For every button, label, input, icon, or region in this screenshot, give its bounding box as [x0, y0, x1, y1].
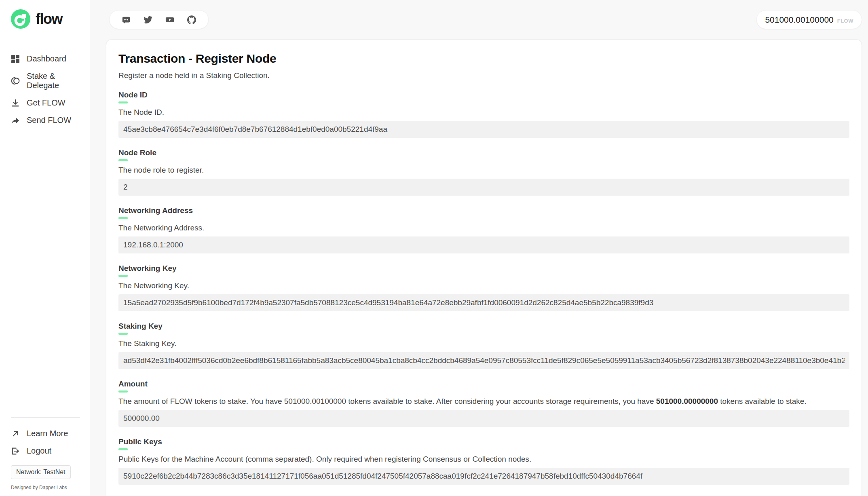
- field-staking-key: Staking Key The Staking Key.: [118, 322, 849, 369]
- field-public-keys: Public Keys Public Keys for the Machine …: [118, 437, 849, 485]
- github-icon: [187, 15, 196, 24]
- page-title: Transaction - Register Node: [118, 52, 849, 65]
- flow-brand[interactable]: flow: [0, 0, 91, 29]
- staking-key-input[interactable]: [118, 352, 849, 369]
- node-id-input[interactable]: [118, 121, 849, 138]
- field-label: Staking Key: [118, 322, 849, 331]
- sidebar-item-logout[interactable]: Logout: [0, 442, 91, 460]
- label-underline: [118, 390, 128, 393]
- amount-desc-pre: The amount of FLOW tokens to stake. You …: [118, 397, 656, 405]
- twitter-link[interactable]: [144, 15, 152, 24]
- sidebar-item-dashboard[interactable]: Dashboard: [0, 50, 91, 68]
- download-icon: [11, 99, 20, 108]
- page-subtitle: Register a node held in a Staking Collec…: [118, 71, 849, 80]
- field-networking-key: Networking Key The Networking Key.: [118, 264, 849, 311]
- label-underline: [118, 448, 128, 450]
- sidebar-item-learn-more[interactable]: Learn More: [0, 425, 91, 442]
- field-label: Public Keys: [118, 437, 849, 446]
- field-description: The Networking Key.: [118, 281, 849, 290]
- networking-key-input[interactable]: [118, 294, 849, 311]
- account-balance-pill: 501000.00100000 FLOW: [756, 10, 862, 29]
- brand-wordmark: flow: [36, 11, 62, 27]
- youtube-icon: [165, 15, 174, 24]
- discord-icon: [122, 15, 131, 24]
- github-link[interactable]: [187, 15, 196, 24]
- field-node-id: Node ID The Node ID.: [118, 91, 849, 138]
- label-underline: [118, 159, 128, 161]
- send-arrow-icon: [11, 116, 20, 125]
- dashboard-grid-icon: [11, 55, 20, 63]
- amount-desc-post: tokens available to stake.: [718, 397, 807, 405]
- sidebar-item-label: Get FLOW: [27, 98, 65, 108]
- network-badge: Network: TestNet: [11, 465, 71, 479]
- stake-delegate-icon: [11, 76, 20, 85]
- youtube-link[interactable]: [165, 15, 174, 24]
- discord-link[interactable]: [122, 15, 131, 24]
- field-label: Node ID: [118, 91, 849, 99]
- field-node-role: Node Role The node role to register.: [118, 148, 849, 196]
- label-underline: [118, 101, 128, 103]
- field-description: The Networking Address.: [118, 224, 849, 232]
- flow-logo-icon: [11, 9, 30, 29]
- public-keys-input[interactable]: [118, 468, 849, 485]
- label-underline: [118, 217, 128, 219]
- field-description: The Node ID.: [118, 108, 849, 117]
- sidebar-nav: Dashboard Stake & Delegate Get FLOW Send…: [0, 50, 91, 129]
- balance-amount: 501000.00100000: [765, 15, 833, 25]
- social-links-pill: [109, 10, 209, 29]
- node-role-input[interactable]: [118, 179, 849, 196]
- topbar: 501000.00100000 FLOW: [91, 0, 868, 29]
- sidebar: flow Dashboard Stake & Delegate: [0, 0, 91, 496]
- transaction-card: Transaction - Register Node Register a n…: [106, 39, 862, 496]
- credit-text: Designed by Dapper Labs: [11, 485, 91, 490]
- field-label: Amount: [118, 380, 849, 388]
- sidebar-item-get-flow[interactable]: Get FLOW: [0, 94, 91, 112]
- field-amount: Amount The amount of FLOW tokens to stak…: [118, 380, 849, 427]
- external-link-icon: [11, 429, 20, 438]
- sidebar-item-label: Logout: [27, 446, 51, 456]
- field-description: The amount of FLOW tokens to stake. You …: [118, 397, 849, 406]
- sidebar-item-label: Learn More: [27, 429, 68, 438]
- amount-available-bold: 501000.00000000: [656, 397, 718, 405]
- sidebar-item-label: Dashboard: [27, 54, 66, 63]
- networking-address-input[interactable]: [118, 236, 849, 253]
- label-underline: [118, 275, 128, 277]
- balance-unit: FLOW: [837, 18, 853, 24]
- field-networking-address: Networking Address The Networking Addres…: [118, 206, 849, 253]
- sidebar-footer: Learn More Logout Network: TestNet Desig…: [0, 417, 91, 490]
- logout-icon: [11, 447, 20, 456]
- twitter-icon: [144, 15, 152, 24]
- sidebar-item-label: Send FLOW: [27, 116, 71, 125]
- field-description: The Staking Key.: [118, 339, 849, 348]
- amount-input[interactable]: [118, 410, 849, 427]
- label-underline: [118, 333, 128, 335]
- field-description: The node role to register.: [118, 166, 849, 175]
- sidebar-item-label: Stake & Delegate: [27, 72, 87, 90]
- sidebar-divider-bottom: [11, 417, 80, 418]
- field-label: Node Role: [118, 148, 849, 157]
- field-description: Public Keys for the Machine Account (com…: [118, 455, 849, 464]
- sidebar-item-send-flow[interactable]: Send FLOW: [0, 112, 91, 129]
- field-label: Networking Address: [118, 206, 849, 215]
- sidebar-divider-top: [11, 41, 80, 41]
- main-area: 501000.00100000 FLOW Transaction - Regis…: [91, 0, 868, 496]
- sidebar-item-stake-delegate[interactable]: Stake & Delegate: [0, 68, 91, 94]
- field-label: Networking Key: [118, 264, 849, 273]
